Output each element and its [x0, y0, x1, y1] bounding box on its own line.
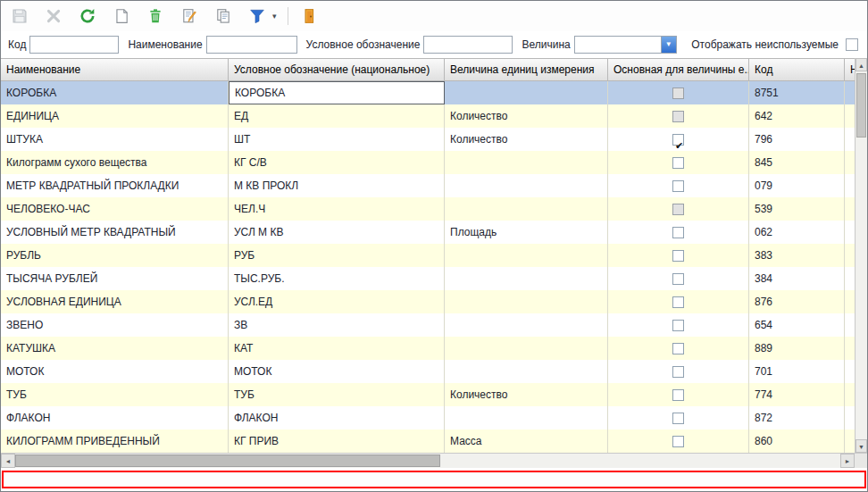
- column-header-magnitude[interactable]: Величина единиц измерения: [445, 59, 608, 80]
- table-row[interactable]: РУБЛЬРУБ383: [1, 244, 856, 267]
- cell-name: МОТОК: [1, 360, 229, 383]
- cell-code: 642: [749, 104, 845, 128]
- filter-bar: Код Наименование Условное обозначение Ве…: [1, 31, 867, 58]
- main-for-magnitude-checkbox[interactable]: [672, 413, 684, 424]
- cell-symbol: МОТОК: [229, 360, 445, 383]
- cell-code: 845: [749, 151, 845, 174]
- main-for-magnitude-checkbox[interactable]: [672, 111, 684, 122]
- code-filter-input[interactable]: [29, 36, 119, 54]
- cell-name: Килограмм сухого вещества: [1, 151, 229, 174]
- refresh-button[interactable]: [76, 4, 99, 28]
- cancel-icon: [46, 8, 62, 24]
- main-for-magnitude-checkbox[interactable]: [672, 204, 684, 215]
- combobox-dropdown-icon[interactable]: ▼: [661, 37, 676, 53]
- edit-button[interactable]: [178, 4, 201, 28]
- copy-button[interactable]: [212, 4, 235, 28]
- filter-dropdown-arrow[interactable]: ▾: [272, 12, 277, 21]
- main-for-magnitude-checkbox[interactable]: [672, 157, 684, 169]
- cancel-button[interactable]: [42, 4, 65, 28]
- main-for-magnitude-checkbox[interactable]: [672, 227, 684, 238]
- table-row[interactable]: КИЛОГРАММ ПРИВЕДЕННЫЙКГ ПРИВМасса860: [1, 429, 856, 453]
- main-for-magnitude-checkbox[interactable]: [672, 250, 684, 262]
- show-unused-label: Отображать неиспользуемые: [691, 38, 839, 51]
- vertical-scroll-thumb[interactable]: [856, 73, 866, 138]
- column-header-code[interactable]: Код: [749, 59, 845, 80]
- cell-partial: [845, 151, 855, 174]
- column-header-main[interactable]: Основная для величины е...: [608, 59, 749, 80]
- table-row[interactable]: ЧЕЛОВЕКО-ЧАСЧЕЛ.Ч539: [1, 197, 856, 221]
- main-for-magnitude-checkbox[interactable]: [672, 343, 684, 354]
- cell-main: [608, 360, 749, 383]
- filter-button[interactable]: [246, 4, 269, 28]
- main-for-magnitude-checkbox[interactable]: [672, 389, 684, 401]
- table-row[interactable]: КАТУШКАКАТ889: [1, 337, 856, 360]
- magnitude-filter-combobox[interactable]: ▼: [574, 36, 677, 54]
- table-row[interactable]: УСЛОВНЫЙ МЕТР КВАДРАТНЫЙУСЛ М КВПлощадь0…: [1, 221, 856, 244]
- show-unused-checkbox[interactable]: [846, 38, 858, 51]
- cell-main: [608, 267, 749, 290]
- cell-name: ТЫСЯЧА РУБЛЕЙ: [1, 267, 229, 290]
- new-document-icon: [113, 8, 129, 24]
- table-row[interactable]: ЕДИНИЦАЕДКоличество642: [1, 104, 856, 128]
- table-row[interactable]: ШТУКАШТКоличество796: [1, 128, 856, 151]
- main-for-magnitude-checkbox[interactable]: [672, 134, 684, 146]
- cell-symbol: УСЛ.ЕД: [229, 290, 445, 313]
- name-filter-input[interactable]: [206, 36, 297, 54]
- scroll-right-icon[interactable]: ►: [840, 454, 855, 468]
- column-header-partial[interactable]: Н: [845, 59, 855, 80]
- main-for-magnitude-checkbox[interactable]: [672, 180, 684, 192]
- cell-magnitude: Количество: [445, 128, 608, 151]
- cell-main: [608, 429, 749, 453]
- create-button[interactable]: [110, 4, 133, 28]
- cell-partial: [845, 81, 855, 104]
- cell-main: [608, 290, 749, 313]
- cell-magnitude: [445, 197, 608, 221]
- refresh-icon: [79, 7, 96, 25]
- table-row[interactable]: ФЛАКОНФЛАКОН872: [1, 406, 856, 429]
- cell-code: 062: [749, 221, 845, 244]
- main-for-magnitude-checkbox[interactable]: [672, 436, 684, 447]
- cell-symbol: ТУБ: [229, 383, 445, 406]
- table-row[interactable]: ТЫСЯЧА РУБЛЕЙТЫС.РУБ.384: [1, 267, 856, 290]
- table-row[interactable]: ЗВЕНОЗВ654: [1, 313, 856, 337]
- table-row[interactable]: КОРОБКАКОРОБКА8751: [1, 81, 856, 104]
- cell-code: 860: [749, 429, 845, 453]
- vertical-scrollbar[interactable]: ▲ ▼: [855, 58, 867, 453]
- table-row[interactable]: ТУБТУБКоличество774: [1, 383, 856, 406]
- grid-header: Наименование Условное обозначение (нацио…: [1, 58, 856, 81]
- symbol-filter-input[interactable]: [423, 36, 513, 54]
- cell-symbol: ЧЕЛ.Ч: [229, 197, 445, 221]
- horizontal-scroll-track[interactable]: [440, 454, 840, 468]
- main-for-magnitude-checkbox[interactable]: [672, 320, 684, 331]
- main-for-magnitude-checkbox[interactable]: [672, 273, 684, 285]
- save-button[interactable]: [8, 4, 31, 28]
- column-header-name[interactable]: Наименование: [1, 59, 229, 80]
- main-for-magnitude-checkbox[interactable]: [672, 366, 684, 378]
- scroll-left-icon[interactable]: ◄: [1, 454, 15, 468]
- horizontal-scrollbar[interactable]: ◄ ►: [1, 453, 855, 468]
- table-row[interactable]: УСЛОВНАЯ ЕДИНИЦАУСЛ.ЕД876: [1, 290, 856, 313]
- cell-partial: [845, 267, 855, 290]
- cell-magnitude: [445, 81, 608, 104]
- scroll-up-icon[interactable]: ▲: [855, 58, 867, 71]
- cell-partial: [845, 104, 855, 128]
- units-grid: Наименование Условное обозначение (нацио…: [1, 58, 867, 453]
- horizontal-scroll-thumb[interactable]: [15, 454, 440, 467]
- scroll-down-icon[interactable]: ▼: [855, 439, 867, 453]
- table-row[interactable]: МОТОКМОТОК701: [1, 360, 856, 383]
- main-for-magnitude-checkbox[interactable]: [672, 88, 684, 99]
- column-header-symbol[interactable]: Условное обозначение (национальное): [229, 59, 445, 80]
- table-row[interactable]: МЕТР КВАДРАТНЫЙ ПРОКЛАДКИМ КВ ПРОКЛ079: [1, 174, 856, 197]
- units-of-measure-window: ▾ Код Наименование Условное обозначение …: [0, 0, 868, 492]
- delete-button[interactable]: [144, 4, 167, 28]
- cell-magnitude: [445, 337, 608, 360]
- exit-button[interactable]: [297, 4, 321, 28]
- cell-partial: [845, 313, 855, 337]
- cell-magnitude: [445, 174, 608, 197]
- cell-main: [608, 104, 749, 128]
- table-row[interactable]: Килограмм сухого веществаКГ С/В845: [1, 151, 856, 174]
- cell-code: 701: [749, 360, 845, 383]
- cell-symbol-editor[interactable]: КОРОБКА: [229, 81, 445, 104]
- main-for-magnitude-checkbox[interactable]: [672, 296, 684, 308]
- cell-magnitude: Площадь: [445, 221, 608, 244]
